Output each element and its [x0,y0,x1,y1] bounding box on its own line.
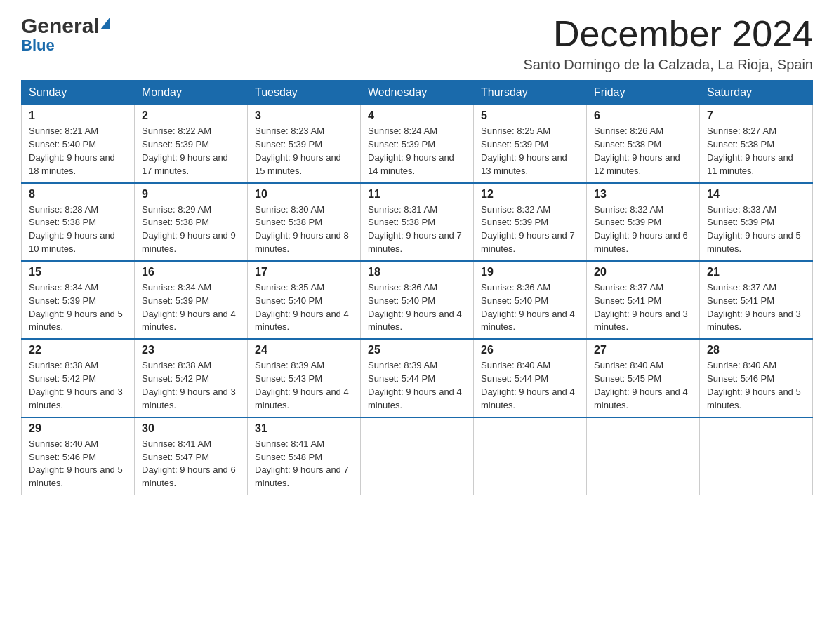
day-number: 26 [481,344,579,356]
day-info: Sunrise: 8:32 AMSunset: 5:39 PMDaylight:… [594,204,688,255]
calendar-cell: 18 Sunrise: 8:36 AMSunset: 5:40 PMDaylig… [361,261,474,339]
calendar-table: SundayMondayTuesdayWednesdayThursdayFrid… [21,80,813,495]
calendar-cell [474,417,587,495]
day-info: Sunrise: 8:36 AMSunset: 5:40 PMDaylight:… [481,282,575,333]
month-title: December 2024 [524,14,813,54]
day-info: Sunrise: 8:34 AMSunset: 5:39 PMDaylight:… [29,282,123,333]
day-info: Sunrise: 8:36 AMSunset: 5:40 PMDaylight:… [368,282,462,333]
day-info: Sunrise: 8:25 AMSunset: 5:39 PMDaylight:… [481,126,567,176]
day-number: 21 [707,266,805,279]
calendar-cell: 10 Sunrise: 8:30 AMSunset: 5:38 PMDaylig… [248,183,361,261]
calendar-cell: 31 Sunrise: 8:41 AMSunset: 5:48 PMDaylig… [248,417,361,495]
calendar-cell: 28 Sunrise: 8:40 AMSunset: 5:46 PMDaylig… [700,339,813,417]
calendar-cell: 21 Sunrise: 8:37 AMSunset: 5:41 PMDaylig… [700,261,813,339]
calendar-cell: 24 Sunrise: 8:39 AMSunset: 5:43 PMDaylig… [248,339,361,417]
day-info: Sunrise: 8:40 AMSunset: 5:45 PMDaylight:… [594,360,688,410]
calendar-cell: 11 Sunrise: 8:31 AMSunset: 5:38 PMDaylig… [361,183,474,261]
day-number: 17 [255,266,353,279]
day-number: 19 [481,266,579,279]
calendar-cell: 30 Sunrise: 8:41 AMSunset: 5:47 PMDaylig… [135,417,248,495]
logo-general-text: General [21,14,100,38]
calendar-cell: 13 Sunrise: 8:32 AMSunset: 5:39 PMDaylig… [587,183,700,261]
weekday-header-monday: Monday [135,81,248,105]
day-number: 22 [29,344,127,356]
weekday-header-saturday: Saturday [700,81,813,105]
calendar-cell: 4 Sunrise: 8:24 AMSunset: 5:39 PMDayligh… [361,105,474,183]
day-info: Sunrise: 8:37 AMSunset: 5:41 PMDaylight:… [594,282,688,333]
day-info: Sunrise: 8:39 AMSunset: 5:44 PMDaylight:… [368,360,462,410]
calendar-cell: 20 Sunrise: 8:37 AMSunset: 5:41 PMDaylig… [587,261,700,339]
day-number: 13 [594,188,692,201]
calendar-cell: 12 Sunrise: 8:32 AMSunset: 5:39 PMDaylig… [474,183,587,261]
calendar-cell: 25 Sunrise: 8:39 AMSunset: 5:44 PMDaylig… [361,339,474,417]
weekday-header-row: SundayMondayTuesdayWednesdayThursdayFrid… [22,81,813,105]
day-info: Sunrise: 8:21 AMSunset: 5:40 PMDaylight:… [29,126,115,176]
calendar-cell [361,417,474,495]
day-number: 1 [29,109,127,122]
day-number: 18 [368,266,466,279]
day-number: 29 [29,422,127,435]
day-info: Sunrise: 8:39 AMSunset: 5:43 PMDaylight:… [255,360,349,410]
day-number: 31 [255,422,353,435]
day-number: 10 [255,188,353,201]
logo-triangle-icon [100,17,110,29]
day-info: Sunrise: 8:33 AMSunset: 5:39 PMDaylight:… [707,204,801,255]
day-number: 7 [707,109,805,122]
day-info: Sunrise: 8:41 AMSunset: 5:48 PMDaylight:… [255,438,349,489]
calendar-cell: 23 Sunrise: 8:38 AMSunset: 5:42 PMDaylig… [135,339,248,417]
weekday-header-thursday: Thursday [474,81,587,105]
day-number: 20 [594,266,692,279]
calendar-cell: 7 Sunrise: 8:27 AMSunset: 5:38 PMDayligh… [700,105,813,183]
day-number: 24 [255,344,353,356]
week-row-3: 15 Sunrise: 8:34 AMSunset: 5:39 PMDaylig… [22,261,813,339]
calendar-cell: 6 Sunrise: 8:26 AMSunset: 5:38 PMDayligh… [587,105,700,183]
day-number: 16 [142,266,240,279]
day-number: 12 [481,188,579,201]
weekday-header-friday: Friday [587,81,700,105]
week-row-4: 22 Sunrise: 8:38 AMSunset: 5:42 PMDaylig… [22,339,813,417]
weekday-header-tuesday: Tuesday [248,81,361,105]
title-area: December 2024 Santo Domingo de la Calzad… [524,14,813,73]
day-info: Sunrise: 8:28 AMSunset: 5:38 PMDaylight:… [29,204,115,255]
day-number: 5 [481,109,579,122]
calendar-cell [700,417,813,495]
day-number: 27 [594,344,692,356]
day-info: Sunrise: 8:40 AMSunset: 5:44 PMDaylight:… [481,360,575,410]
day-info: Sunrise: 8:41 AMSunset: 5:47 PMDaylight:… [142,438,236,489]
day-info: Sunrise: 8:37 AMSunset: 5:41 PMDaylight:… [707,282,801,333]
day-info: Sunrise: 8:22 AMSunset: 5:39 PMDaylight:… [142,126,228,176]
week-row-5: 29 Sunrise: 8:40 AMSunset: 5:46 PMDaylig… [22,417,813,495]
calendar-cell: 9 Sunrise: 8:29 AMSunset: 5:38 PMDayligh… [135,183,248,261]
calendar-cell: 27 Sunrise: 8:40 AMSunset: 5:45 PMDaylig… [587,339,700,417]
calendar-cell [587,417,700,495]
day-info: Sunrise: 8:29 AMSunset: 5:38 PMDaylight:… [142,204,236,255]
calendar-cell: 29 Sunrise: 8:40 AMSunset: 5:46 PMDaylig… [22,417,135,495]
day-info: Sunrise: 8:40 AMSunset: 5:46 PMDaylight:… [29,438,123,489]
day-info: Sunrise: 8:32 AMSunset: 5:39 PMDaylight:… [481,204,575,255]
calendar-cell: 14 Sunrise: 8:33 AMSunset: 5:39 PMDaylig… [700,183,813,261]
calendar-cell: 2 Sunrise: 8:22 AMSunset: 5:39 PMDayligh… [135,105,248,183]
logo: General Blue [21,14,110,55]
day-number: 30 [142,422,240,435]
day-number: 3 [255,109,353,122]
day-info: Sunrise: 8:23 AMSunset: 5:39 PMDaylight:… [255,126,341,176]
location-subtitle: Santo Domingo de la Calzada, La Rioja, S… [524,57,813,73]
day-info: Sunrise: 8:35 AMSunset: 5:40 PMDaylight:… [255,282,349,333]
week-row-1: 1 Sunrise: 8:21 AMSunset: 5:40 PMDayligh… [22,105,813,183]
week-row-2: 8 Sunrise: 8:28 AMSunset: 5:38 PMDayligh… [22,183,813,261]
day-number: 11 [368,188,466,201]
day-info: Sunrise: 8:31 AMSunset: 5:38 PMDaylight:… [368,204,462,255]
weekday-header-sunday: Sunday [22,81,135,105]
calendar-cell: 15 Sunrise: 8:34 AMSunset: 5:39 PMDaylig… [22,261,135,339]
calendar-cell: 8 Sunrise: 8:28 AMSunset: 5:38 PMDayligh… [22,183,135,261]
day-number: 23 [142,344,240,356]
logo-blue-text: Blue [21,36,55,55]
day-number: 15 [29,266,127,279]
day-number: 25 [368,344,466,356]
day-info: Sunrise: 8:38 AMSunset: 5:42 PMDaylight:… [29,360,123,410]
day-number: 14 [707,188,805,201]
day-info: Sunrise: 8:24 AMSunset: 5:39 PMDaylight:… [368,126,454,176]
calendar-cell: 1 Sunrise: 8:21 AMSunset: 5:40 PMDayligh… [22,105,135,183]
calendar-cell: 5 Sunrise: 8:25 AMSunset: 5:39 PMDayligh… [474,105,587,183]
page-header: General Blue December 2024 Santo Domingo… [21,14,813,73]
